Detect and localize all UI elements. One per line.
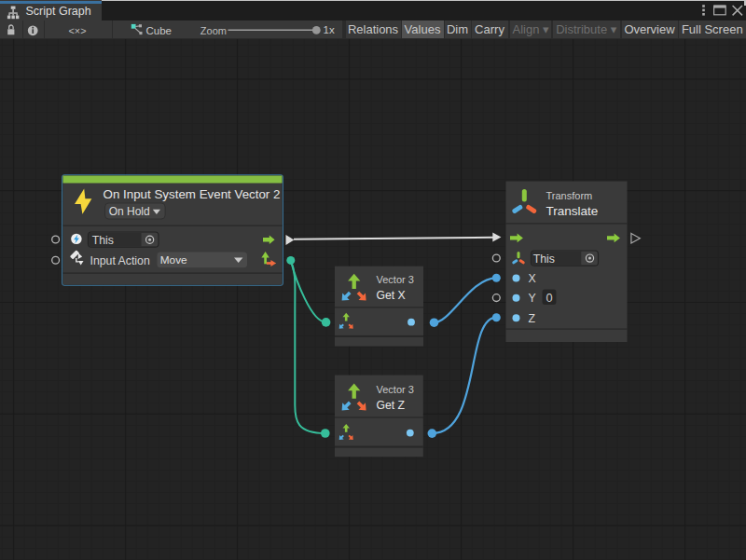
svg-text:Get Z: Get Z bbox=[377, 399, 406, 412]
svg-text:Y: Y bbox=[529, 292, 536, 305]
svg-text:Vector 3: Vector 3 bbox=[377, 274, 414, 285]
svg-text:This: This bbox=[92, 234, 114, 247]
svg-text:Transform: Transform bbox=[546, 190, 593, 201]
svg-text:Vector 3: Vector 3 bbox=[377, 384, 414, 395]
svg-text:Zoom: Zoom bbox=[200, 25, 227, 36]
svg-text:On Hold: On Hold bbox=[109, 205, 150, 218]
svg-text:Move: Move bbox=[160, 253, 187, 266]
svg-text:Input Action: Input Action bbox=[90, 254, 150, 267]
svg-text:0: 0 bbox=[546, 291, 552, 305]
svg-text:On Input System Event Vector 2: On Input System Event Vector 2 bbox=[104, 187, 281, 201]
svg-text:This: This bbox=[533, 253, 555, 266]
svg-text:<×>: <×> bbox=[69, 25, 87, 36]
svg-text:Translate: Translate bbox=[546, 204, 599, 218]
svg-text:X: X bbox=[529, 272, 536, 285]
svg-text:1x: 1x bbox=[324, 24, 335, 35]
svg-text:Z: Z bbox=[529, 312, 536, 325]
svg-text:Cube: Cube bbox=[146, 25, 173, 36]
svg-text:Get X: Get X bbox=[377, 289, 406, 302]
